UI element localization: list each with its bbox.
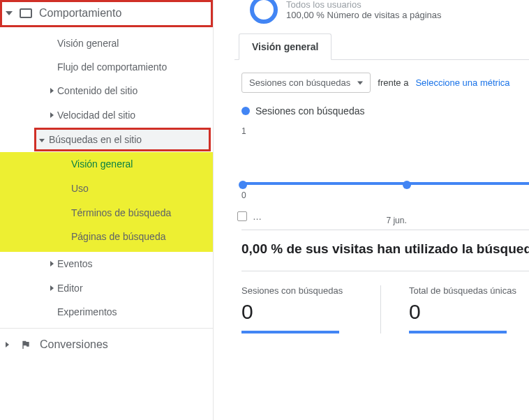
sidebar-item-label: Visión general [71, 158, 133, 170]
behavior-icon [20, 8, 32, 18]
sidebar-item-busquedas-sitio[interactable]: Búsquedas en el sitio [36, 130, 209, 149]
sidebar-item-contenido[interactable]: Contenido del sitio [0, 79, 213, 103]
chevron-right-icon [50, 112, 54, 118]
chevron-right-icon [50, 261, 54, 267]
metric-card-total-busquedas: Total de búsquedas únicas 0 [409, 285, 529, 333]
sidebar-item-label: Páginas de búsqueda [71, 231, 165, 242]
sidebar-item-label: Flujo del comportamiento [57, 61, 167, 73]
sidebar-item-label: Visión general [57, 37, 119, 50]
footnote-ellipsis: … [253, 211, 262, 222]
metric-selector-row: Sesiones con búsquedas frente a Seleccio… [234, 60, 529, 103]
sidebar-item-label: Velocidad del sitio [57, 109, 135, 121]
sidebar-item-experimentos[interactable]: Experimentos [0, 300, 213, 324]
sidebar-item-flujo[interactable]: Flujo del comportamiento [0, 55, 213, 79]
sidebar-item-velocidad[interactable]: Velocidad del sitio [0, 103, 213, 127]
divider [241, 271, 529, 271]
chart-series-line [241, 182, 529, 185]
line-chart: 1 0 [241, 126, 529, 203]
chart-footnote: … 7 jun. [234, 210, 529, 224]
chevron-down-icon [6, 11, 13, 15]
sidebar-subitem-paginas[interactable]: Páginas de búsqueda [0, 225, 213, 252]
metric-value: 0 [409, 300, 528, 324]
secondary-metric-select[interactable]: Seleccione una métrica [415, 77, 509, 88]
chart-point [403, 181, 411, 189]
sidebar-item-label: Búsquedas en el sitio [49, 134, 142, 145]
chart-legend: Sesiones con búsquedas [234, 103, 529, 122]
chevron-right-icon [50, 88, 54, 93]
metrics-grid: Sesiones con búsquedas 0 Total de búsque… [234, 278, 529, 333]
sidebar-subitems: Visión general Flujo del comportamiento … [0, 27, 213, 328]
annotation-icon[interactable] [237, 211, 247, 221]
chart-xzero: 0 [241, 190, 246, 200]
segment-detail: 100,00 % Número de visitas a páginas [286, 10, 442, 20]
sidebar-section-label: Comportamiento [39, 7, 121, 20]
sidebar-subitem-terminos[interactable]: Términos de búsqueda [0, 201, 213, 225]
sidebar-item-editor[interactable]: Editor [0, 276, 213, 300]
metric-title: Total de búsquedas únicas [409, 285, 528, 296]
sparkline [241, 331, 339, 333]
donut-icon [250, 0, 278, 24]
sidebar-item-eventos[interactable]: Eventos [0, 252, 213, 276]
sidebar-item-label: Eventos [57, 257, 93, 270]
vs-label: frente a [378, 77, 408, 88]
metric-card-sesiones: Sesiones con búsquedas 0 [241, 285, 381, 333]
legend-label: Sesiones con búsquedas [255, 105, 364, 117]
sidebar-item-label: Términos de búsqueda [71, 207, 171, 218]
sidebar-item-label: Uso [71, 183, 89, 194]
sidebar-item-label: Experimentos [57, 306, 117, 318]
sidebar-item-label: Contenido del sitio [57, 84, 137, 97]
legend-dot-icon [241, 107, 250, 115]
segment-all-users[interactable]: Todos los usuarios 100,00 % Número de vi… [234, 0, 529, 33]
chevron-down-icon [39, 139, 45, 142]
segment-text: Todos los usuarios 100,00 % Número de vi… [286, 0, 442, 20]
tab-vision-general[interactable]: Visión general [239, 33, 331, 60]
chevron-right-icon [6, 342, 9, 347]
sidebar-section-conversiones[interactable]: Conversiones [0, 328, 213, 361]
chart-xlabel: 7 jun. [386, 216, 406, 225]
divider [241, 230, 529, 230]
sidebar: Comportamiento Visión general Flujo del … [0, 0, 214, 420]
sidebar-item-vision-general[interactable]: Visión general [0, 31, 213, 55]
metric-title: Sesiones con búsquedas [241, 285, 359, 296]
flag-icon [20, 339, 31, 350]
sidebar-section-comportamiento[interactable]: Comportamiento [0, 0, 213, 27]
sidebar-subitem-vision-general[interactable]: Visión general [0, 152, 213, 177]
sidebar-item-label: Editor [57, 282, 83, 294]
primary-metric-select[interactable]: Sesiones con búsquedas [241, 73, 371, 93]
main-content: Todos los usuarios 100,00 % Número de vi… [214, 0, 529, 420]
sparkline [409, 331, 507, 333]
summary-headline: 0,00 % de sus visitas han utilizado la b… [234, 237, 529, 265]
sidebar-subitem-uso[interactable]: Uso [0, 177, 213, 201]
sidebar-section-label: Conversiones [40, 338, 108, 351]
metric-value: 0 [241, 300, 359, 324]
segment-title: Todos los usuarios [286, 0, 442, 10]
chevron-right-icon [50, 285, 54, 291]
chart-point [239, 181, 247, 189]
chart-ytick: 1 [241, 126, 246, 136]
tab-bar: Visión general [234, 33, 529, 60]
